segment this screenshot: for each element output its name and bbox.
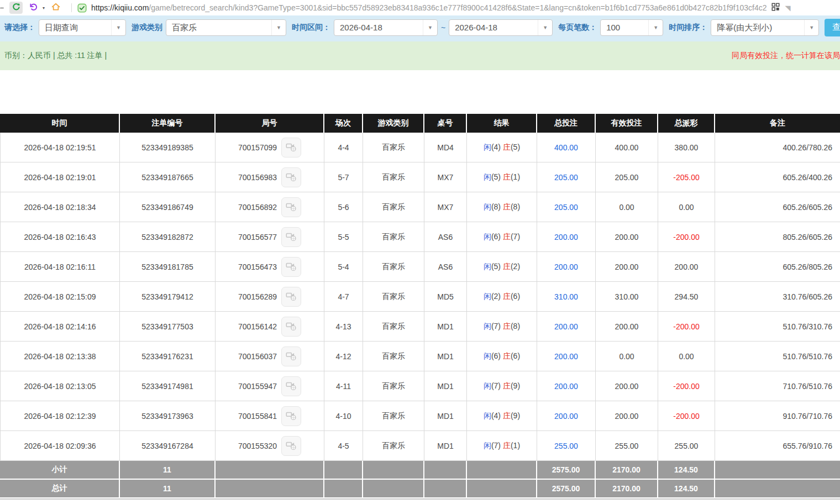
- bet-time-cell: 2026-04-18 02:19:01: [0, 162, 120, 192]
- video-replay-button[interactable]: [281, 167, 301, 187]
- table-header-row: 时间注单编号局号场次游戏类别桌号结果总投注有效投注总派彩备注: [0, 114, 840, 133]
- round-cell: 700155320: [216, 431, 324, 461]
- total-bet-cell[interactable]: 200.00: [537, 401, 596, 431]
- video-replay-button[interactable]: [281, 436, 301, 456]
- valid-bet-cell: 200.00: [596, 252, 658, 282]
- note-cell: 510.76/310.76: [715, 312, 840, 342]
- subtotal-label: 小计: [0, 461, 120, 480]
- date-from-select[interactable]: 2026-04-18 ▼: [334, 19, 438, 36]
- subtotal-total-bet: 2575.00: [537, 461, 596, 480]
- round-number: 700155320: [238, 442, 277, 450]
- currency-total-text: 币别：人民币 | 总共 :11 注单 |: [0, 51, 107, 61]
- total-bet-cell[interactable]: 200.00: [537, 371, 596, 401]
- total-row: 总计 11 2575.00 2170.00 124.50: [0, 480, 840, 498]
- query-type-select[interactable]: 日期查询 ▼: [39, 19, 126, 36]
- banker-result: 庄: [503, 172, 511, 181]
- qr-code-icon[interactable]: [771, 3, 780, 13]
- valid-bet-cell: 0.00: [596, 342, 658, 371]
- video-replay-button[interactable]: [281, 406, 301, 426]
- round-cell: 700156289: [216, 282, 324, 312]
- toolbar-overflow-icon[interactable]: ◥: [785, 4, 791, 12]
- payout-cell: 0.00: [658, 342, 715, 371]
- round-cell: 700156037: [216, 342, 324, 371]
- back-icon[interactable]: [0, 7, 4, 9]
- table-no-cell: AS6: [424, 252, 467, 282]
- search-button[interactable]: 查询: [825, 19, 840, 36]
- table-no-cell: MD1: [424, 431, 467, 461]
- bet-time-cell: 2026-04-18 02:19:51: [0, 133, 120, 162]
- banker-result: 庄: [503, 292, 511, 301]
- video-replay-button[interactable]: [281, 347, 301, 366]
- game-type-select[interactable]: 百家乐 ▼: [166, 19, 286, 36]
- video-replay-button[interactable]: [281, 257, 301, 277]
- url-path: /game/betrecord_search/kind3?GameType=30…: [149, 3, 767, 12]
- total-bet-cell[interactable]: 200.00: [537, 312, 596, 342]
- undo-button[interactable]: [26, 2, 39, 14]
- total-bet-cell[interactable]: 200.00: [537, 342, 596, 371]
- banker-result: 庄: [503, 411, 511, 420]
- valid-bet-cell: 200.00: [596, 222, 658, 252]
- total-bet-cell[interactable]: 205.00: [537, 192, 596, 222]
- column-header-game-type: 游戏类别: [363, 114, 424, 133]
- refresh-button[interactable]: [9, 2, 23, 14]
- bet-time-cell: 2026-04-18 02:16:43: [0, 222, 120, 252]
- payout-cell: 380.00: [658, 133, 715, 162]
- result-cell: 闲(5) 庄(1): [467, 162, 537, 192]
- table-row: 2026-04-18 02:18:34523349186749700156892…: [0, 192, 840, 222]
- total-bet-cell[interactable]: 310.00: [537, 282, 596, 312]
- result-cell: 闲(6) 庄(6): [467, 342, 537, 371]
- round-number: 700156473: [238, 262, 277, 271]
- note-cell: 605.26/805.26: [715, 252, 840, 282]
- total-bet-cell[interactable]: 400.00: [537, 133, 596, 162]
- round-cell: 700155947: [216, 371, 324, 401]
- secure-check-icon[interactable]: [77, 3, 87, 13]
- table-row: 2026-04-18 02:15:09523349179412700156289…: [0, 282, 840, 312]
- video-replay-button[interactable]: [281, 376, 301, 396]
- table-row: 2026-04-18 02:16:43523349182872700156577…: [0, 222, 840, 252]
- address-bar[interactable]: https://kiqiiu.com/game/betrecord_search…: [91, 3, 767, 12]
- video-replay-button[interactable]: [281, 197, 301, 217]
- table-row: 2026-04-18 02:16:11523349181785700156473…: [0, 252, 840, 282]
- round-cell: 700156892: [216, 192, 324, 222]
- round-cell: 700156142: [216, 312, 324, 342]
- valid-bet-cell: 310.00: [596, 282, 658, 312]
- payout-cell: 294.50: [658, 282, 715, 312]
- table-no-cell: MD1: [424, 342, 467, 371]
- total-bet-cell[interactable]: 205.00: [537, 162, 596, 192]
- table-no-cell: MD1: [424, 312, 467, 342]
- table-no-cell: MX7: [424, 162, 467, 192]
- video-replay-icon: [285, 260, 297, 274]
- valid-bet-cell: 200.00: [596, 312, 658, 342]
- video-replay-button[interactable]: [281, 287, 301, 307]
- round-cell: 700156983: [216, 162, 324, 192]
- refresh-icon: [12, 2, 21, 14]
- date-to-value: 2026-04-18: [449, 20, 538, 35]
- session-cell: 5-4: [324, 252, 363, 282]
- undo-icon: [28, 2, 38, 14]
- video-replay-button[interactable]: [281, 138, 301, 158]
- video-replay-button[interactable]: [281, 227, 301, 247]
- valid-bet-cell: 0.00: [596, 192, 658, 222]
- session-cell: 4-4: [324, 133, 363, 162]
- total-bet-cell[interactable]: 255.00: [537, 431, 596, 461]
- undo-dropdown-caret[interactable]: ▾: [43, 6, 45, 11]
- date-to-select[interactable]: 2026-04-18 ▼: [449, 19, 553, 36]
- banker-result: 庄: [503, 143, 511, 151]
- game-type-cell: 百家乐: [363, 371, 424, 401]
- chevron-down-icon: ▼: [271, 20, 286, 35]
- sort-select[interactable]: 降幂(由大到小) ▼: [711, 19, 819, 36]
- total-bet-cell[interactable]: 200.00: [537, 222, 596, 252]
- total-bet-cell[interactable]: 200.00: [537, 252, 596, 282]
- video-replay-button[interactable]: [281, 317, 301, 337]
- date-range-tilde: ~: [441, 23, 445, 32]
- total-total-bet: 2575.00: [537, 480, 596, 498]
- note-cell: 655.76/910.76: [715, 431, 840, 461]
- session-cell: 4-5: [324, 431, 363, 461]
- game-type-cell: 百家乐: [363, 312, 424, 342]
- home-button[interactable]: [49, 2, 62, 14]
- sort-label: 时间排序：: [669, 23, 707, 33]
- page-size-select[interactable]: 100 ▼: [600, 19, 663, 36]
- column-header-note: 备注: [715, 114, 840, 133]
- note-cell: 710.76/510.76: [715, 371, 840, 401]
- video-replay-icon: [285, 319, 297, 333]
